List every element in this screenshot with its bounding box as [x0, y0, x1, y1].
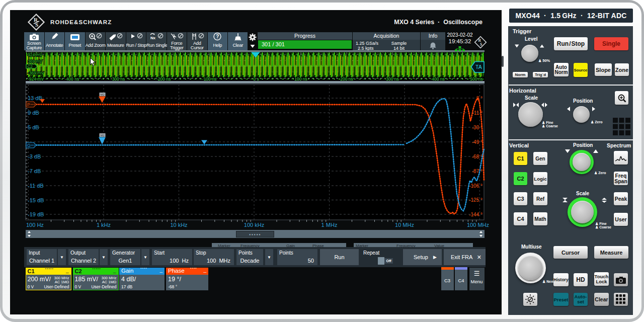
svg-text:-30 °: -30 ° — [472, 125, 482, 130]
svg-text:-106 °: -106 ° — [469, 183, 482, 189]
svg-text:500 ns: 500 ns — [470, 76, 483, 82]
svg-text:200 ns: 200 ns — [340, 76, 353, 82]
svg-text:10 kHz: 10 kHz — [170, 222, 187, 228]
svg-text:100 MHz: 100 MHz — [467, 222, 489, 228]
svg-text:-68 °: -68 ° — [472, 154, 482, 159]
svg-text:13 dB: 13 dB — [28, 95, 42, 101]
svg-text:1 kHz: 1 kHz — [97, 222, 111, 228]
svg-text:9 dB: 9 dB — [28, 110, 39, 116]
svg-text:-11 dB: -11 dB — [28, 183, 44, 189]
svg-text:924 mV: 924 mV — [28, 52, 43, 57]
svg-text:-300 ns: -300 ns — [111, 76, 125, 82]
svg-text:S: S — [480, 42, 482, 47]
svg-text:8 °: 8 ° — [476, 96, 482, 101]
svg-text:-19 dB: -19 dB — [28, 211, 44, 217]
svg-text:-7 dB: -7 dB — [28, 168, 41, 174]
svg-text:TA: TA — [475, 64, 482, 70]
svg-text:0 s: 0 s — [253, 76, 259, 82]
svg-text:?: ? — [216, 34, 219, 39]
svg-text:P: P — [27, 102, 30, 107]
svg-text:M2: M2 — [101, 134, 105, 137]
svg-text:G: G — [27, 143, 31, 148]
svg-text:-369 mV: -369 mV — [28, 70, 44, 75]
svg-text:400 ns: 400 ns — [432, 76, 445, 82]
svg-text:10 MHz: 10 MHz — [395, 222, 414, 228]
svg-text:M2: M2 — [101, 93, 105, 96]
svg-text:100 kHz: 100 kHz — [244, 222, 264, 228]
svg-text:-3 dB: -3 dB — [28, 153, 41, 159]
svg-text:-144 °: -144 ° — [469, 212, 482, 217]
svg-text:100 Hz: 100 Hz — [26, 222, 44, 228]
svg-text:C2: C2 — [28, 64, 33, 69]
svg-text:-15 dB: -15 dB — [28, 197, 44, 203]
svg-text:-924 mV: -924 mV — [28, 76, 44, 82]
svg-text:300 ns: 300 ns — [386, 76, 399, 82]
svg-text:-87 °: -87 ° — [472, 169, 482, 174]
svg-text:-400 ns: -400 ns — [65, 76, 79, 82]
svg-text:100 ns: 100 ns — [294, 76, 307, 82]
svg-text:369 mV: 369 mV — [28, 59, 43, 64]
svg-text:-200 ns: -200 ns — [156, 76, 171, 82]
svg-text:Nx: Nx — [150, 36, 155, 40]
svg-text:1 MHz: 1 MHz — [321, 222, 338, 228]
svg-text:5 dB: 5 dB — [28, 124, 39, 130]
svg-text:-49 °: -49 ° — [472, 139, 482, 145]
svg-text:-125 °: -125 ° — [469, 197, 482, 203]
svg-text:-100 ns: -100 ns — [202, 76, 216, 82]
